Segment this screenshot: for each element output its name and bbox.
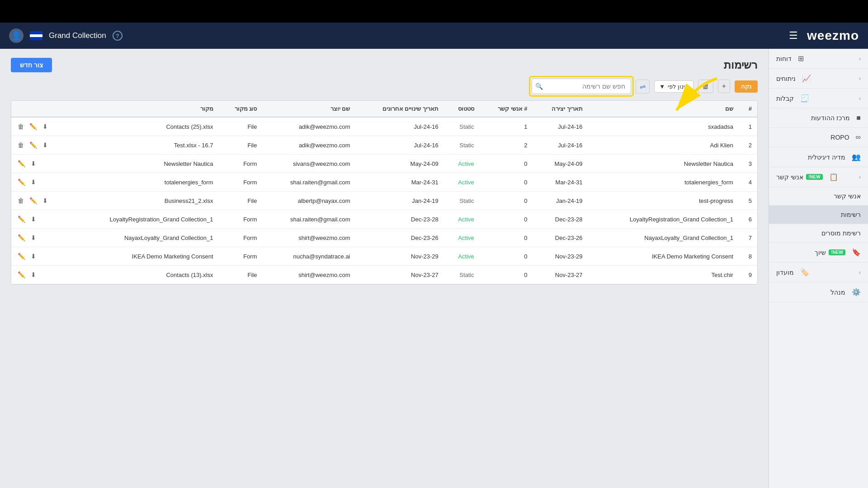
table-container: # שם תאריך יצירה # אנשי קשר סטטוס תאריך …: [11, 100, 758, 285]
filter-settings-button[interactable]: ⇌: [636, 80, 650, 94]
sidebar-item-digital-media[interactable]: 👥 מדיה דיגיטלית: [769, 147, 868, 167]
cell-contacts: 0: [480, 247, 533, 266]
sidebar-item-tagging[interactable]: 🔖 NEW! שיוך: [769, 243, 868, 263]
table-row[interactable]: 5 test-progress Jan-24-19 0 Static Jan-2…: [11, 192, 757, 210]
cell-actions: ✏️ ⬇: [11, 155, 68, 173]
cell-name: Newsletter Nautica: [588, 155, 739, 173]
cell-contacts: 0: [480, 173, 533, 192]
download-row-button[interactable]: ⬇: [30, 215, 37, 224]
cell-num: 2: [739, 136, 757, 155]
add-icon-button[interactable]: +: [718, 80, 730, 93]
download-row-button[interactable]: ⬇: [42, 141, 49, 150]
cell-status: Static: [444, 266, 480, 284]
new-button[interactable]: צור חדש: [11, 58, 52, 72]
cell-created: Jul-24-16: [533, 136, 588, 155]
search-container: 🔍: [532, 79, 631, 94]
table-row[interactable]: 7 NayaxLoyalty_Grand Collection_1 Dec-23…: [11, 229, 757, 247]
download-row-button[interactable]: ⬇: [30, 270, 37, 279]
cell-source: IKEA Demo Marketing Consent: [68, 247, 218, 266]
cell-creator: adik@weezmo.com: [262, 136, 355, 155]
search-input[interactable]: [532, 79, 631, 94]
cell-num: 5: [739, 192, 757, 210]
sidebar-item-lists[interactable]: רשימות: [769, 206, 868, 224]
cell-num: 9: [739, 266, 757, 284]
sidebar-item-club[interactable]: › 🏷️ מועדון: [769, 263, 868, 282]
sidebar-item-supplier-list[interactable]: רשימת מוסרים: [769, 224, 868, 243]
download-row-button[interactable]: ⬇: [30, 159, 37, 168]
cell-created: Dec-23-28: [533, 210, 588, 229]
table-row[interactable]: 3 Newsletter Nautica May-24-09 0 Active …: [11, 155, 757, 173]
cell-creator: adik@weezmo.com: [262, 117, 355, 136]
delete-row-button[interactable]: 🗑: [17, 122, 25, 131]
right-sidebar: › ⊞ דוחות › 📈 ניתוחים › 🧾 קבלות ■ מרכז ה…: [769, 49, 868, 488]
chevron-icon: ›: [859, 56, 861, 62]
cell-status: Static: [444, 192, 480, 210]
cell-creator: shai.raiten@gmail.com: [262, 173, 355, 192]
cell-actions: 🗑 ✏️ ⬇: [11, 117, 68, 136]
cell-last-changed: Nov-23-27: [356, 266, 444, 284]
delete-row-button[interactable]: 🗑: [17, 196, 25, 205]
download-row-button[interactable]: ⬇: [30, 252, 37, 261]
download-row-button[interactable]: ⬇: [30, 233, 37, 242]
table-row[interactable]: 1 sxadadsa Jul-24-16 1 Static Jul-24-16 …: [11, 117, 757, 136]
hamburger-icon[interactable]: ☰: [789, 30, 798, 42]
download-row-button[interactable]: ⬇: [30, 178, 37, 187]
delete-icon-button[interactable]: 🗑: [698, 80, 713, 93]
table-row[interactable]: 6 LoyaltyRegistration_Grand Collection_1…: [11, 210, 757, 229]
avatar[interactable]: 👤: [9, 28, 24, 43]
sidebar-item-analytics[interactable]: › 📈 ניתוחים: [769, 69, 868, 89]
cell-source-type: File: [219, 117, 263, 136]
edit-row-button[interactable]: ✏️: [28, 196, 38, 205]
col-last-changed: תאריך שינויים אחרונים: [356, 101, 444, 117]
cell-actions: ✏️ ⬇: [11, 210, 68, 229]
cell-contacts: 0: [480, 192, 533, 210]
sidebar-item-notification-center[interactable]: ■ מרכז ההודעות: [769, 108, 868, 128]
col-source: מקור: [68, 101, 218, 117]
edit-row-button[interactable]: ✏️: [17, 252, 26, 261]
cell-num: 6: [739, 210, 757, 229]
cell-num: 7: [739, 229, 757, 247]
header: 👤 Grand Collection ? ☰ weezmo: [0, 23, 868, 49]
cell-last-changed: Jul-24-16: [356, 117, 444, 136]
delete-row-button[interactable]: 🗑: [17, 141, 25, 150]
cell-name: LoyaltyRegistration_Grand Collection_1: [588, 210, 739, 229]
cell-status: Active: [444, 247, 480, 266]
sidebar-item-receipts[interactable]: › 🧾 קבלות: [769, 89, 868, 108]
cell-status: Static: [444, 117, 480, 136]
table-row[interactable]: 4 totalenergies_form Mar-24-31 0 Active …: [11, 173, 757, 192]
sidebar-item-contacts[interactable]: אנשי קשר: [769, 187, 868, 206]
edit-row-button[interactable]: ✏️: [17, 215, 26, 224]
sort-label: סינון לפי: [668, 83, 689, 90]
col-num: #: [739, 101, 757, 117]
sort-dropdown[interactable]: סינון לפי ▼: [654, 80, 693, 93]
reports-icon: ⊞: [798, 54, 804, 63]
sidebar-item-contacts-new[interactable]: › 📋 NEW! אנשי קשר: [769, 167, 868, 187]
cell-source: Test.xlsx - 16.7: [68, 136, 218, 155]
cell-contacts: 0: [480, 229, 533, 247]
cell-num: 1: [739, 117, 757, 136]
sidebar-item-admin[interactable]: ⚙️ מנהל: [769, 282, 868, 302]
help-icon[interactable]: ?: [113, 31, 123, 41]
clear-filter-button[interactable]: נקה: [735, 80, 758, 93]
table-row[interactable]: 9 Test.chir Nov-23-27 0 Static Nov-23-27…: [11, 266, 757, 284]
download-row-button[interactable]: ⬇: [42, 122, 49, 131]
edit-row-button[interactable]: ✏️: [17, 233, 26, 242]
cell-actions: 🗑 ✏️ ⬇: [11, 136, 68, 155]
sidebar-item-reports[interactable]: › ⊞ דוחות: [769, 49, 868, 69]
edit-row-button[interactable]: ✏️: [17, 159, 26, 168]
edit-row-button[interactable]: ✏️: [17, 178, 26, 187]
edit-row-button[interactable]: ✏️: [28, 122, 38, 131]
cell-name: IKEA Demo Marketing Consent: [588, 247, 739, 266]
cell-source-type: Form: [219, 155, 263, 173]
cell-created: Jan-24-19: [533, 192, 588, 210]
table-row[interactable]: 8 IKEA Demo Marketing Consent Nov-23-29 …: [11, 247, 757, 266]
analytics-icon: 📈: [802, 74, 811, 83]
table-row[interactable]: 2 Adi Klien Jul-24-16 2 Static Jul-24-16…: [11, 136, 757, 155]
sidebar-item-ropo[interactable]: ∞ ROPO: [769, 128, 868, 147]
download-row-button[interactable]: ⬇: [42, 196, 49, 205]
edit-row-button[interactable]: ✏️: [17, 270, 26, 279]
cell-status: Static: [444, 136, 480, 155]
edit-row-button[interactable]: ✏️: [28, 141, 38, 150]
cell-creator: albertp@nayax.com: [262, 192, 355, 210]
cell-created: Mar-24-31: [533, 173, 588, 192]
